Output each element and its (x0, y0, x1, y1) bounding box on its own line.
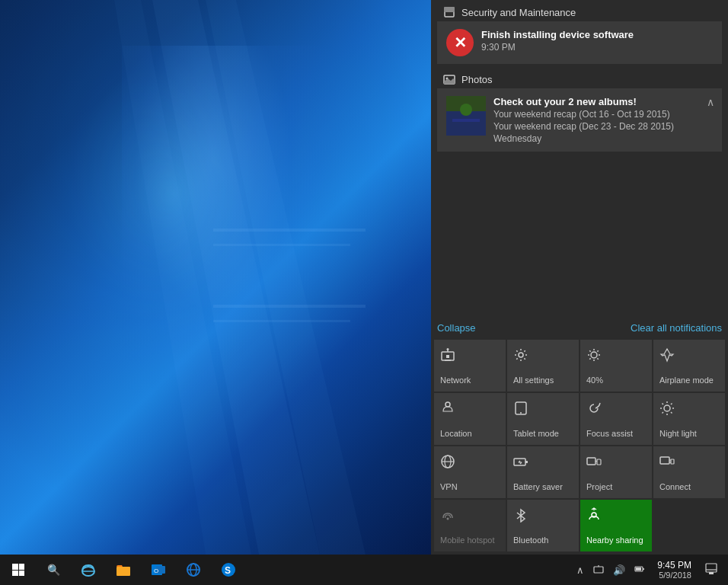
photos-timestamp: Wednesday (493, 133, 713, 144)
clock-date: 5/9/2018 (657, 571, 691, 580)
taskbar-file-explorer[interactable] (107, 555, 140, 585)
svg-rect-74 (594, 567, 603, 573)
tray-volume-icon[interactable]: 🔊 (610, 563, 628, 577)
qa-tile-vpn[interactable]: VPN (434, 446, 506, 498)
tray-show-hidden[interactable]: ∧ (573, 563, 587, 577)
svg-rect-4 (213, 229, 366, 232)
tray-network-icon[interactable] (590, 562, 607, 578)
svg-point-32 (445, 402, 450, 407)
notification-content: Finish installing device software 9:30 P… (481, 29, 713, 53)
notification-device-software[interactable]: ✕ Finish installing device software 9:30… (437, 21, 722, 64)
svg-line-28 (589, 350, 590, 351)
settings-icon (513, 347, 528, 365)
svg-rect-77 (636, 567, 641, 571)
svg-rect-7 (213, 320, 350, 322)
qa-label-network: Network (440, 376, 471, 385)
qa-tile-brightness[interactable]: 40% (580, 340, 652, 392)
qa-label-focus-assist: Focus assist (586, 429, 633, 439)
svg-point-15 (460, 104, 472, 116)
qa-tile-location[interactable]: Location (434, 393, 506, 445)
notifications-area: Security and Maintenance ✕ Finish instal… (431, 0, 728, 318)
photos-line2: Your weekend recap (Dec 23 - Dec 28 2015… (493, 121, 713, 132)
qa-tile-bluetooth[interactable]: Bluetooth (507, 500, 579, 551)
qa-label-battery-saver: Battery saver (513, 482, 563, 492)
system-tray: ∧ 🔊 9:45 PM 5/9/2018 (567, 558, 728, 581)
clear-all-button[interactable]: Clear all notifications (631, 322, 722, 334)
qa-tile-connect[interactable]: Connect (653, 446, 725, 498)
svg-line-30 (597, 350, 598, 351)
error-icon-circle: ✕ (446, 29, 474, 56)
taskbar: 🔍 O (0, 555, 728, 585)
qa-label-night-light: Night light (659, 429, 697, 439)
qa-tile-focus-assist[interactable]: Focus assist (580, 393, 652, 445)
svg-point-36 (664, 405, 670, 411)
svg-rect-78 (643, 568, 644, 570)
start-button[interactable] (0, 555, 37, 585)
qa-label-brightness: 40% (586, 376, 603, 385)
taskbar-ie[interactable] (177, 555, 210, 585)
focus-assist-icon (586, 401, 602, 418)
taskbar-edge[interactable] (72, 555, 105, 585)
taskbar-icons: 🔍 O (37, 555, 567, 585)
bottom-actions-bar: Collapse Clear all notifications (431, 318, 728, 337)
night-light-icon (659, 401, 675, 418)
photos-title: Check out your 2 new albums! (493, 96, 713, 107)
action-center-panel: Security and Maintenance ✕ Finish instal… (431, 0, 728, 555)
svg-rect-9 (444, 7, 455, 12)
location-icon (440, 401, 455, 418)
svg-line-29 (597, 358, 598, 359)
notification-photos-albums[interactable]: Check out your 2 new albums! Your weeken… (437, 88, 722, 152)
qa-tile-project[interactable]: Project (580, 446, 652, 498)
qa-tile-network[interactable]: Network (434, 340, 506, 392)
svg-point-23 (591, 352, 597, 358)
collapse-notification-icon[interactable]: ∧ (707, 96, 714, 108)
qa-tile-all-settings[interactable]: All settings (507, 340, 579, 392)
action-center-button[interactable] (701, 561, 722, 579)
svg-rect-5 (213, 244, 350, 246)
qa-tile-empty (653, 500, 725, 551)
photos-line1: Your weekend recap (Oct 16 - Oct 19 2015… (493, 109, 713, 120)
tray-battery-icon[interactable] (631, 562, 648, 578)
qa-tile-nearby-sharing[interactable]: Nearby sharing (580, 500, 652, 551)
notification-group-photos: Photos Check out your 2 new albums! Your… (431, 67, 728, 152)
svg-rect-6 (213, 305, 366, 308)
svg-rect-54 (597, 459, 601, 465)
qa-tile-airplane-mode[interactable]: Airplane mode (653, 340, 725, 392)
qa-tile-battery-saver[interactable]: Battery saver (507, 446, 579, 498)
bluetooth-icon (513, 507, 528, 525)
qa-label-project: Project (586, 482, 612, 492)
clock-time: 9:45 PM (657, 560, 691, 571)
connect-icon (659, 454, 675, 472)
qa-label-tablet-mode: Tablet mode (513, 429, 559, 439)
brightness-icon (586, 347, 602, 365)
qa-tile-night-light[interactable]: Night light (653, 393, 725, 445)
svg-line-44 (663, 412, 664, 414)
svg-line-41 (663, 404, 664, 405)
qa-label-vpn: VPN (440, 482, 458, 492)
svg-text:S: S (225, 565, 231, 576)
notification-group-security: Security and Maintenance ✕ Finish instal… (431, 0, 728, 64)
svg-rect-49 (525, 461, 528, 463)
collapse-button[interactable]: Collapse (437, 322, 476, 334)
photo-thumbnail (446, 96, 486, 136)
qa-tile-tablet-mode[interactable]: Tablet mode (507, 393, 579, 445)
mobile-hotspot-icon (440, 507, 455, 525)
qa-label-mobile-hotspot: Mobile hotspot (440, 535, 495, 545)
svg-point-34 (520, 412, 522, 414)
svg-rect-56 (660, 457, 669, 464)
qa-label-bluetooth: Bluetooth (513, 535, 548, 545)
qa-tile-mobile-hotspot[interactable]: Mobile hotspot (434, 500, 506, 551)
project-icon (586, 454, 602, 472)
taskbar-outlook[interactable]: O (142, 555, 175, 585)
svg-line-42 (671, 412, 672, 414)
svg-point-19 (447, 348, 449, 350)
svg-rect-79 (706, 564, 717, 572)
qa-label-airplane-mode: Airplane mode (659, 376, 714, 385)
svg-point-60 (447, 518, 449, 520)
notification-time: 9:30 PM (481, 42, 713, 53)
system-clock[interactable]: 9:45 PM 5/9/2018 (653, 558, 696, 581)
svg-point-22 (519, 353, 523, 357)
taskbar-search[interactable]: 🔍 (37, 555, 70, 585)
taskbar-skype[interactable]: S (212, 555, 245, 585)
tray-icons: ∧ 🔊 (573, 562, 648, 578)
